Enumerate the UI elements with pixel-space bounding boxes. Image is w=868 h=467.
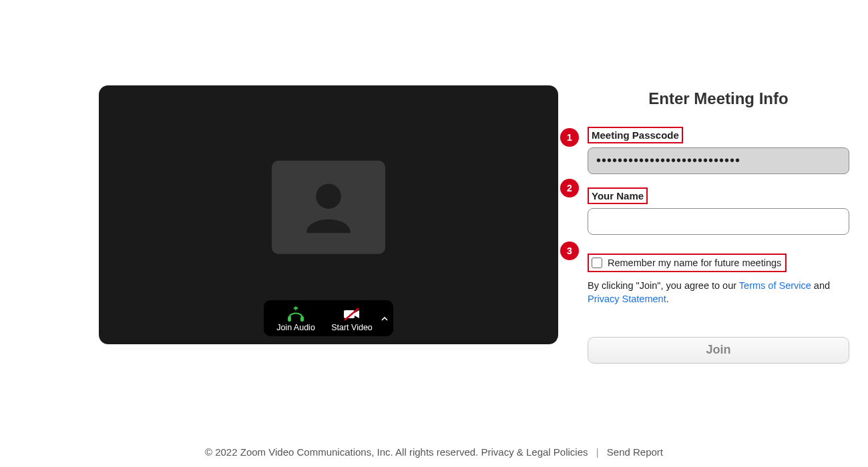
remember-name-checkbox[interactable]	[592, 258, 602, 268]
name-label: Your Name	[588, 187, 648, 204]
join-button[interactable]: Join	[588, 337, 849, 364]
avatar-placeholder	[272, 161, 385, 254]
footer-copyright: © 2022 Zoom Video Communications, Inc. A…	[205, 446, 478, 458]
start-video-label: Start Video	[331, 323, 373, 332]
svg-point-0	[316, 184, 341, 209]
legal-and: and	[811, 280, 830, 291]
video-options-caret[interactable]	[380, 304, 389, 334]
annotation-badge-3: 3	[560, 242, 579, 260]
passcode-label: Meeting Passcode	[588, 127, 683, 143]
footer-send-report-link[interactable]: Send Report	[607, 446, 663, 458]
svg-rect-2	[300, 316, 304, 322]
svg-rect-1	[288, 316, 291, 322]
annotation-badge-1: 1	[560, 128, 579, 147]
form-title: Enter Meeting Info	[588, 89, 849, 108]
meeting-info-form: Enter Meeting Info Meeting Passcode ••••…	[588, 89, 849, 364]
legal-text: By clicking "Join", you agree to our Ter…	[588, 279, 849, 306]
footer-policies-link[interactable]: Privacy & Legal Policies	[481, 446, 588, 458]
privacy-statement-link[interactable]: Privacy Statement	[588, 294, 666, 304]
join-audio-label: Join Audio	[276, 323, 315, 332]
legal-prefix: By clicking "Join", you agree to our	[588, 280, 739, 291]
preview-controls-bar: Join Audio Start Video	[264, 300, 393, 336]
video-preview-panel: Join Audio Start Video	[99, 85, 558, 344]
person-icon	[292, 171, 365, 244]
remember-name-label: Remember my name for future meetings	[608, 258, 781, 268]
passcode-input[interactable]: •••••••••••••••••••••••••••	[588, 147, 849, 174]
footer: © 2022 Zoom Video Communications, Inc. A…	[0, 446, 868, 458]
join-audio-button[interactable]: Join Audio	[268, 304, 324, 334]
headphones-icon	[286, 306, 306, 322]
terms-of-service-link[interactable]: Terms of Service	[739, 280, 811, 291]
name-input[interactable]	[588, 208, 849, 235]
chevron-up-icon	[381, 316, 388, 322]
video-off-icon	[342, 306, 362, 322]
annotation-badge-2: 2	[560, 179, 579, 197]
legal-suffix: .	[666, 294, 669, 304]
start-video-button[interactable]: Start Video	[324, 304, 380, 334]
footer-separator: |	[596, 446, 599, 458]
